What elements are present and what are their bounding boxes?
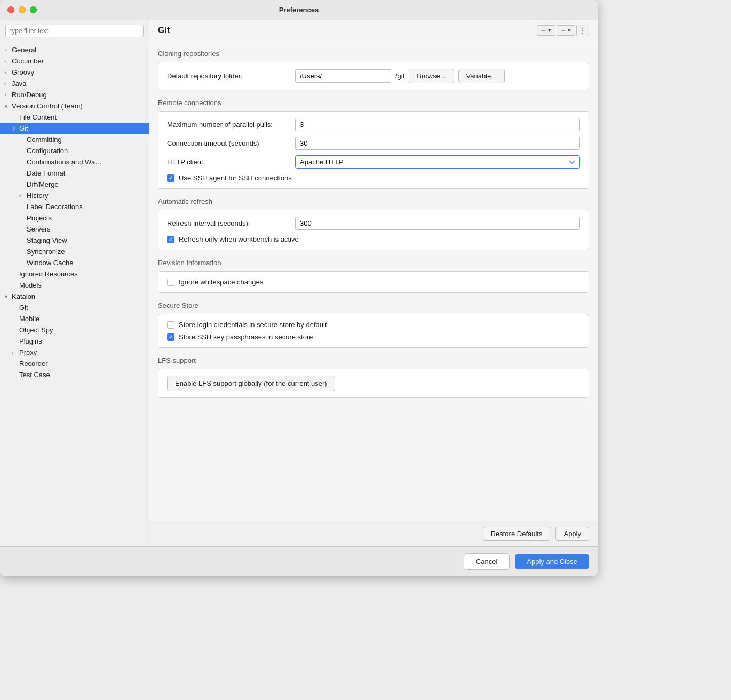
repo-folder-row: /git Browse... Variable... [295,69,505,83]
close-button[interactable] [7,6,14,13]
sidebar-item-servers[interactable]: Servers [0,224,149,235]
connection-timeout-label: Connection timeout (seconds): [167,139,295,147]
http-client-label: HTTP client: [167,158,295,166]
auto-refresh-section-title: Automatic refresh [158,197,589,205]
content-footer: Restore Defaults Apply [149,521,598,546]
sidebar-item-configuration[interactable]: Configuration [0,145,149,156]
sidebar-item-version-control[interactable]: ∨ Version Control (Team) [0,100,149,112]
restore-defaults-button[interactable]: Restore Defaults [483,527,551,541]
refresh-workbench-checkbox[interactable] [167,236,174,243]
forward-button[interactable]: → ▼ [557,25,575,36]
sidebar-item-ignored-resources[interactable]: Ignored Resources [0,268,149,280]
enable-lfs-button[interactable]: Enable LFS support globally (for the cur… [167,376,335,391]
apply-button[interactable]: Apply [555,527,589,541]
sidebar-item-cucumber[interactable]: › Cucumber [0,55,149,67]
apply-and-close-button[interactable]: Apply and Close [515,554,589,569]
refresh-interval-label: Refresh interval (seconds): [167,219,295,227]
maximize-button[interactable] [30,6,37,13]
sidebar-item-katalon-git[interactable]: Git [0,302,149,313]
sidebar-item-diff-merge[interactable]: Diff/Merge [0,179,149,190]
sidebar-item-label: Ignored Resources [19,270,145,278]
sidebar-item-test-case[interactable]: Test Case [0,369,149,380]
max-parallel-row: Maximum number of parallel pulls: [167,118,580,131]
sidebar-item-label: Run/Debug [12,91,145,99]
refresh-workbench-row: Refresh only when workbench is active [167,235,580,243]
connection-timeout-input[interactable] [295,137,580,150]
max-parallel-label: Maximum number of parallel pulls: [167,121,295,129]
variable-button[interactable]: Variable... [458,69,505,83]
sidebar-item-general[interactable]: › General [0,44,149,55]
sidebar-item-label: Projects [27,214,145,222]
back-button[interactable]: ← ▼ [537,25,555,36]
auto-refresh-section-body: Refresh interval (seconds): Refresh only… [158,210,589,250]
minimize-button[interactable] [19,6,26,13]
sidebar-item-label: Java [12,79,145,88]
revision-section-body: Ignore whitespace changes [158,271,589,293]
sidebar-item-label: Groovy [12,68,145,76]
sidebar-item-run-debug[interactable]: › Run/Debug [0,89,149,100]
cloning-section-body: Default repository folder: /git Browse..… [158,62,589,90]
sidebar-item-models[interactable]: Models [0,280,149,291]
ignore-whitespace-checkbox[interactable] [167,279,174,286]
sidebar-item-history[interactable]: › History [0,190,149,201]
browse-button[interactable]: Browse... [409,69,454,83]
sidebar-item-label: General [12,46,145,54]
revision-section-title: Revision Information [158,259,589,267]
ssh-agent-checkbox[interactable] [167,174,174,182]
lfs-section: LFS support Enable LFS support globally … [158,356,589,398]
sidebar-item-label: Window Cache [27,259,145,267]
sidebar-item-object-spy[interactable]: Object Spy [0,324,149,336]
sidebar-item-committing[interactable]: Committing [0,134,149,145]
content-header: Git ← ▼ → ▼ ⋮ [149,20,598,41]
refresh-interval-input[interactable] [295,217,580,230]
dropdown-arrow: ▼ [567,28,571,33]
more-options-button[interactable]: ⋮ [576,25,589,36]
sidebar-item-git[interactable]: ∨ Git [0,123,149,134]
sidebar-item-label: Proxy [19,348,145,356]
sidebar-item-plugins[interactable]: Plugins [0,336,149,347]
sidebar-item-label: Servers [27,225,145,233]
sidebar-item-label: Label Decorations [27,203,145,211]
main-layout: › General › Cucumber › Groovy › Java › R… [0,20,598,546]
sidebar-item-synchronize[interactable]: Synchronize [0,246,149,257]
cancel-button[interactable]: Cancel [464,553,510,570]
cloning-section: Cloning repositories Default repository … [158,50,589,90]
chevron-down-icon: ∨ [4,293,12,299]
content-scroll: Cloning repositories Default repository … [149,41,598,521]
cloning-section-title: Cloning repositories [158,50,589,58]
search-input[interactable] [5,25,144,37]
chevron-right-icon: › [4,92,12,98]
sidebar-item-label: Date Format [27,169,145,177]
store-credentials-row: Store login credentials in secure store … [167,321,580,329]
sidebar-item-projects[interactable]: Projects [0,212,149,224]
remote-section-body: Maximum number of parallel pulls: Connec… [158,111,589,189]
sidebar-item-label: Cucumber [12,57,145,65]
sidebar-item-groovy[interactable]: › Groovy [0,67,149,78]
dialog-footer: Cancel Apply and Close [0,546,598,576]
sidebar-item-date-format[interactable]: Date Format [0,168,149,179]
sidebar-item-label: Staging View [27,236,145,244]
sidebar-item-java[interactable]: › Java [0,78,149,89]
default-repo-input[interactable] [295,69,391,83]
max-parallel-input[interactable] [295,118,580,131]
chevron-right-icon: › [4,58,12,64]
sidebar-item-recorder[interactable]: Recorder [0,358,149,369]
store-ssh-row: Store SSH key passphrases in secure stor… [167,333,580,341]
lfs-section-body: Enable LFS support globally (for the cur… [158,369,589,398]
sidebar-item-window-cache[interactable]: Window Cache [0,257,149,268]
chevron-right-icon: › [4,81,12,86]
sidebar-item-label-decorations[interactable]: Label Decorations [0,201,149,212]
sidebar-item-staging-view[interactable]: Staging View [0,235,149,246]
sidebar-item-proxy[interactable]: › Proxy [0,347,149,358]
sidebar-item-katalon[interactable]: ∨ Katalon [0,291,149,302]
sidebar-item-file-content[interactable]: File Content [0,112,149,123]
sidebar-item-mobile[interactable]: Mobile [0,313,149,324]
store-credentials-checkbox[interactable] [167,321,174,329]
ssh-agent-label: Use SSH agent for SSH connections [179,174,292,182]
sidebar-item-label: Confirmations and Wa… [27,158,145,166]
http-client-select[interactable]: Apache HTTP JDK HttpURLConnection [295,155,580,169]
sidebar-item-confirmations[interactable]: Confirmations and Wa… [0,156,149,168]
store-ssh-checkbox[interactable] [167,333,174,341]
http-client-row: HTTP client: Apache HTTP JDK HttpURLConn… [167,155,580,169]
search-box [0,20,149,42]
